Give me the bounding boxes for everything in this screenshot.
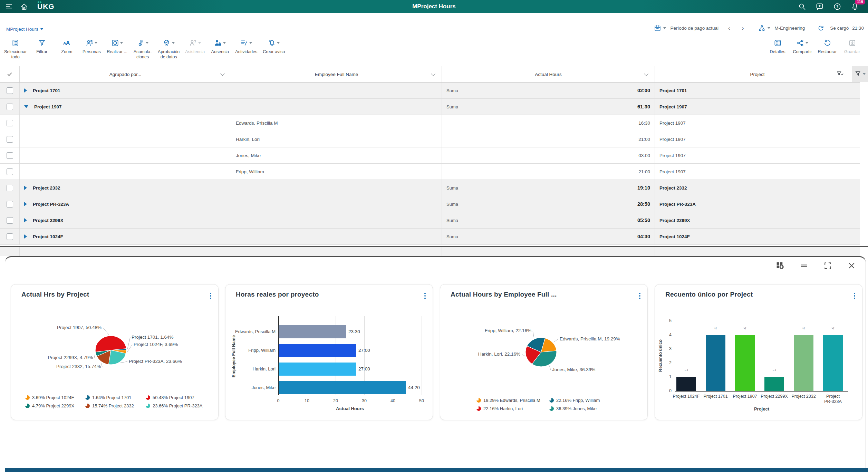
project-value: Project 1024F [659, 234, 690, 239]
ukg-logo: UKG [37, 2, 55, 11]
toolbar-button-restore[interactable]: Restaurar [815, 38, 840, 55]
expand-group-icon[interactable] [24, 88, 27, 93]
toolbar-button-people[interactable]: Personas [79, 38, 104, 55]
row-checkbox[interactable] [7, 168, 13, 175]
toolbar-button-notice[interactable]: Crear aviso [260, 38, 288, 55]
calendar-icon[interactable] [654, 25, 661, 32]
toolbar-button-save: Guardar [840, 38, 865, 55]
row-checkbox[interactable] [7, 233, 13, 240]
actual-hours-value: 03:00 [638, 153, 650, 158]
toolbar-button-absence[interactable]: Ausencia [208, 38, 232, 55]
chart-body: Fripp, William, 22.16%Edwards, Priscilla… [440, 284, 647, 420]
slice-label: Harkin, Lori, 22.16% [478, 351, 520, 357]
toolbar-button-filter[interactable]: Filtrar [29, 38, 54, 55]
row-checkbox[interactable] [7, 120, 13, 126]
home-icon[interactable] [20, 2, 28, 11]
group-row[interactable]: Project 1024FSuma04:30Project 1024F [0, 229, 860, 245]
expand-group-icon[interactable] [24, 202, 27, 206]
row-checkbox[interactable] [7, 104, 13, 110]
refresh-icon[interactable] [817, 25, 824, 32]
bar[interactable] [676, 377, 696, 391]
toolbar-button-select-all[interactable]: Seleccionar todo [1, 38, 29, 60]
toolbar-button-activities[interactable]: Actividades [232, 38, 260, 55]
slice-label: Edwards, Priscilla M, 19.29% [560, 336, 620, 341]
chart-menu-icon[interactable] [423, 291, 427, 300]
bar[interactable] [279, 363, 356, 376]
group-row[interactable]: Project 1701Suma02:00Project 1701 [0, 83, 860, 99]
sum-label: Suma [446, 202, 458, 207]
view-selector[interactable]: MProject Hours [6, 27, 43, 32]
bar[interactable] [279, 325, 346, 338]
chevron-down-icon [95, 42, 97, 44]
employee-row[interactable]: Edwards, Priscilla M16:30Project 1907 [0, 115, 860, 131]
column-header-employee[interactable]: Employee Full Name [231, 66, 442, 82]
group-row[interactable]: Project PR-323ASuma28:50Project PR-323A [0, 196, 860, 212]
row-checkbox[interactable] [7, 201, 13, 207]
toolbar-button-label: Asistencia [185, 49, 205, 55]
share-icon [797, 39, 804, 47]
org-caret-icon[interactable] [768, 27, 770, 29]
bar[interactable] [794, 335, 813, 391]
collapse-group-icon[interactable] [24, 105, 28, 108]
group-row[interactable]: Project 2332Suma19:10Project 2332 [0, 180, 860, 196]
column-filter-icon[interactable] [836, 70, 844, 78]
chevron-down-icon[interactable] [644, 71, 648, 76]
bar[interactable] [279, 344, 356, 357]
notifications-bell-icon[interactable]: 119 [851, 2, 859, 11]
previous-period-button[interactable]: ‹ [728, 26, 730, 31]
column-header-actual-hours[interactable]: Actual Hours [442, 66, 655, 82]
bar-category-label: Jones, Mike [227, 385, 276, 390]
search-icon[interactable] [798, 2, 806, 11]
chevron-down-icon[interactable] [220, 71, 225, 76]
feedback-icon[interactable] [816, 2, 824, 11]
toolbar-button-share[interactable]: Compartir [790, 38, 815, 55]
project-value: Project 1907 [659, 120, 686, 126]
chart-card-2: 0102030405023:30Edwards, Priscilla M27:0… [225, 284, 433, 420]
column-header-grouped-by[interactable]: Agrupado por... [20, 66, 231, 82]
chart-menu-icon[interactable] [209, 291, 213, 300]
legend-item: 4.79% Project 2299X [25, 403, 74, 408]
grid-filter-button[interactable] [852, 66, 868, 82]
bar[interactable] [279, 381, 406, 394]
bar[interactable] [735, 335, 755, 391]
timeframe-caret-icon[interactable] [663, 27, 666, 29]
legend-item: 3.69% Project 1024F [25, 395, 74, 400]
employee-row[interactable]: Harkin, Lori21:00Project 1907 [0, 131, 860, 147]
main-menu-icon[interactable] [5, 2, 13, 11]
chart-menu-icon[interactable] [852, 291, 857, 300]
toolbar-button-perform[interactable]: Realizar ... [104, 38, 130, 55]
expand-group-icon[interactable] [24, 234, 27, 239]
org-hierarchy-icon[interactable] [758, 25, 765, 32]
row-checkbox[interactable] [7, 136, 13, 143]
y-tick-label: 0 [664, 388, 672, 393]
employee-row[interactable]: Fripp, William21:00Project 1907 [0, 164, 860, 180]
row-checkbox[interactable] [7, 185, 13, 191]
grid-partial-row [0, 247, 860, 256]
bar[interactable] [764, 377, 784, 391]
help-icon[interactable]: ? [833, 2, 841, 11]
toolbar-button-accruals[interactable]: Acumula- ciones [130, 38, 155, 60]
employee-row[interactable]: Jones, Mike03:00Project 1907 [0, 147, 860, 164]
expand-group-icon[interactable] [24, 186, 27, 190]
group-row[interactable]: Project 2299XSuma05:50Project 2299X [0, 212, 860, 229]
toolbar-button-zoom[interactable]: AAZoom [54, 38, 79, 55]
expand-group-icon[interactable] [24, 218, 27, 222]
column-header-project[interactable]: Project [655, 66, 860, 82]
row-checkbox[interactable] [7, 217, 13, 224]
select-all-checkbox[interactable] [0, 66, 20, 82]
group-row[interactable]: Project 1907Suma61:30Project 1907 [0, 99, 860, 115]
toolbar-button-details[interactable]: Detalles [765, 38, 790, 55]
toolbar-button-data-approval[interactable]: Aprobación de datos [155, 38, 182, 60]
chart-menu-icon[interactable] [638, 291, 642, 300]
bar[interactable] [706, 335, 725, 391]
toolbar-button-label: Actividades [235, 49, 257, 55]
chevron-down-icon[interactable] [431, 71, 435, 76]
chevron-down-icon [249, 42, 252, 44]
next-period-button[interactable]: › [742, 26, 744, 31]
project-value: Project 1701 [659, 88, 687, 93]
bar[interactable] [823, 335, 843, 391]
actual-hours-value: 28:50 [637, 201, 650, 207]
row-checkbox[interactable] [7, 152, 13, 159]
gridline [422, 316, 422, 395]
row-checkbox[interactable] [7, 87, 13, 94]
